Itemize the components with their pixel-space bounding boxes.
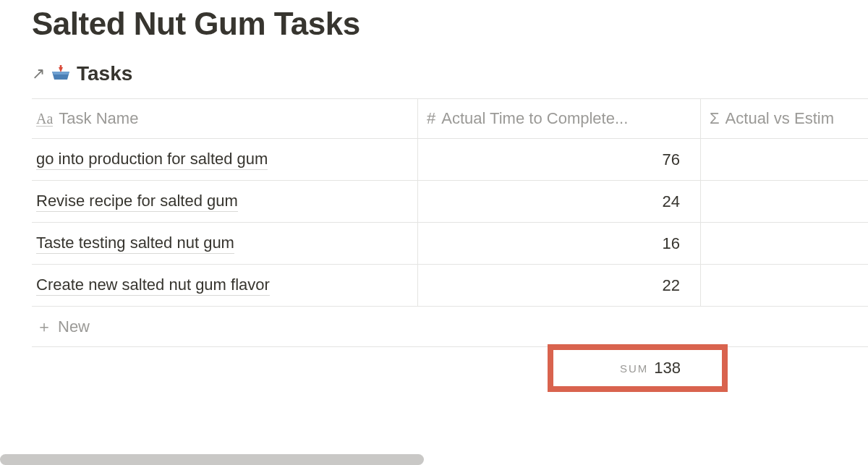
task-title: Taste testing salted nut gum	[36, 234, 234, 254]
data-table: Aa Task Name # Actual Time to Complete..…	[32, 98, 868, 389]
task-title: Revise recipe for salted gum	[36, 192, 238, 212]
cell-actual-time[interactable]: 22	[418, 265, 701, 306]
cell-actual-vs-estim[interactable]	[701, 181, 868, 222]
cell-actual-time[interactable]: 76	[418, 139, 701, 180]
cell-value: 16	[663, 234, 680, 253]
table-row[interactable]: Taste testing salted nut gum 16	[32, 223, 868, 265]
column-header-actual-vs-estim[interactable]: Σ Actual vs Estim	[701, 99, 868, 138]
cell-actual-vs-estim[interactable]	[701, 265, 868, 306]
column-summary-actual-time[interactable]: SUM 138	[418, 347, 701, 389]
open-arrow-icon[interactable]: ↗	[32, 64, 45, 83]
text-type-icon: Aa	[36, 111, 53, 127]
new-row-label: New	[58, 317, 90, 336]
number-type-icon: #	[427, 109, 435, 128]
table-row[interactable]: Create new salted nut gum flavor 22	[32, 265, 868, 307]
task-title: Create new salted nut gum flavor	[36, 276, 270, 296]
table-row[interactable]: Revise recipe for salted gum 24	[32, 181, 868, 223]
formula-type-icon: Σ	[710, 109, 720, 128]
table-row[interactable]: go into production for salted gum 76	[32, 139, 868, 181]
page-title: Salted Nut Gum Tasks	[32, 6, 868, 42]
new-row-button[interactable]: ＋ New	[32, 307, 868, 347]
cell-task-name[interactable]: Taste testing salted nut gum	[32, 223, 418, 264]
summary-label: SUM	[620, 362, 648, 375]
database-heading[interactable]: ↗ Tasks	[32, 62, 868, 85]
plus-icon: ＋	[36, 316, 52, 338]
task-title: go into production for salted gum	[36, 150, 268, 170]
column-header-actual-time[interactable]: # Actual Time to Complete...	[418, 99, 701, 138]
table-footer-row: SUM 138	[32, 347, 868, 389]
cell-task-name[interactable]: Revise recipe for salted gum	[32, 181, 418, 222]
cell-actual-vs-estim[interactable]	[701, 139, 868, 180]
cell-actual-time[interactable]: 24	[418, 181, 701, 222]
cell-actual-vs-estim[interactable]	[701, 223, 868, 264]
horizontal-scrollbar[interactable]	[0, 454, 424, 465]
table-header-row: Aa Task Name # Actual Time to Complete..…	[32, 98, 868, 139]
inbox-icon	[50, 65, 72, 82]
cell-value: 24	[663, 192, 680, 211]
cell-task-name[interactable]: go into production for salted gum	[32, 139, 418, 180]
column-label: Actual Time to Complete...	[441, 109, 628, 128]
column-label: Actual vs Estim	[726, 109, 834, 128]
svg-rect-0	[60, 65, 62, 69]
database-title[interactable]: Tasks	[77, 62, 132, 85]
summary-value: 138	[654, 359, 681, 377]
column-header-task-name[interactable]: Aa Task Name	[32, 99, 418, 138]
cell-actual-time[interactable]: 16	[418, 223, 701, 264]
cell-value: 22	[663, 276, 680, 295]
column-label: Task Name	[59, 109, 138, 128]
cell-task-name[interactable]: Create new salted nut gum flavor	[32, 265, 418, 306]
cell-value: 76	[663, 150, 680, 169]
